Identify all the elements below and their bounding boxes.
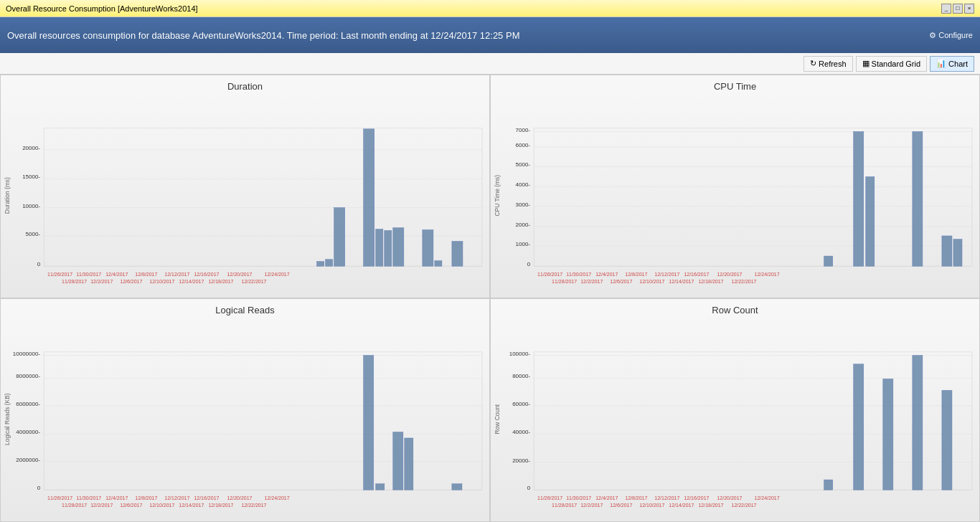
svg-text:4000000-: 4000000- <box>16 430 40 436</box>
svg-text:12/12/2017: 12/12/2017 <box>164 272 189 277</box>
svg-rect-60 <box>953 239 962 267</box>
svg-text:12/18/2017: 12/18/2017 <box>208 503 233 508</box>
svg-text:5000-: 5000- <box>516 162 531 169</box>
svg-text:12/18/2017: 12/18/2017 <box>698 279 723 284</box>
svg-text:12/20/2017: 12/20/2017 <box>717 272 742 277</box>
row-count-chart-area: Row Count 0 20000- 40000- 60000- 80000- … <box>491 318 979 513</box>
maximize-button[interactable]: □ <box>953 4 963 14</box>
minimize-button[interactable]: _ <box>941 4 951 14</box>
svg-text:Row Count: Row Count <box>494 404 501 434</box>
svg-text:12/4/2017: 12/4/2017 <box>595 495 618 500</box>
svg-text:12/10/2017: 12/10/2017 <box>149 503 174 508</box>
svg-text:12/4/2017: 12/4/2017 <box>595 272 618 277</box>
cpu-time-chart-area: CPU Time (ms) 0 1000- 2000- 3000- 4000- … <box>491 95 979 290</box>
svg-text:12/14/2017: 12/14/2017 <box>179 279 204 284</box>
svg-text:0: 0 <box>37 261 40 267</box>
svg-rect-18 <box>326 260 333 266</box>
svg-text:12/2/2017: 12/2/2017 <box>580 279 603 284</box>
svg-text:11/28/2017: 11/28/2017 <box>62 503 87 508</box>
svg-rect-92 <box>393 432 403 490</box>
configure-button[interactable]: ⚙ Configure <box>929 31 973 40</box>
svg-text:15000-: 15000- <box>22 174 40 180</box>
svg-text:Duration (ms): Duration (ms) <box>4 177 11 214</box>
svg-text:12/12/2017: 12/12/2017 <box>164 495 189 500</box>
svg-rect-20 <box>385 230 392 266</box>
svg-text:11/26/2017: 11/26/2017 <box>537 495 562 500</box>
svg-text:0: 0 <box>37 485 40 491</box>
svg-rect-125 <box>854 364 864 490</box>
svg-text:12/24/2017: 12/24/2017 <box>265 272 290 277</box>
svg-rect-11 <box>44 128 482 266</box>
svg-text:2000000-: 2000000- <box>16 457 40 463</box>
header-title: Overall resources consumption for databa… <box>7 30 519 41</box>
svg-rect-128 <box>942 390 952 490</box>
svg-rect-94 <box>452 484 462 490</box>
svg-text:12/4/2017: 12/4/2017 <box>105 495 128 500</box>
svg-text:12/20/2017: 12/20/2017 <box>227 272 252 277</box>
svg-text:12/22/2017: 12/22/2017 <box>731 279 756 284</box>
close-button[interactable]: × <box>964 4 974 14</box>
svg-rect-123 <box>534 352 972 490</box>
svg-rect-16 <box>452 241 463 266</box>
duration-chart-title: Duration <box>1 81 489 92</box>
svg-text:12/8/2017: 12/8/2017 <box>625 495 647 500</box>
svg-text:20000-: 20000- <box>22 145 40 151</box>
svg-text:12/2/2017: 12/2/2017 <box>580 503 603 508</box>
svg-text:7000-: 7000- <box>516 127 531 133</box>
svg-text:11/30/2017: 11/30/2017 <box>566 272 591 277</box>
svg-rect-15 <box>423 230 433 267</box>
header-bar: Overall resources consumption for databa… <box>0 17 980 53</box>
svg-text:11/28/2017: 11/28/2017 <box>62 279 87 284</box>
svg-text:12/6/2017: 12/6/2017 <box>120 503 142 508</box>
svg-text:12/8/2017: 12/8/2017 <box>135 495 157 500</box>
svg-text:12/20/2017: 12/20/2017 <box>227 495 252 500</box>
refresh-button[interactable]: ↻ Refresh <box>804 56 853 72</box>
svg-rect-89 <box>44 352 482 490</box>
chart-label: Chart <box>948 60 968 68</box>
svg-text:12/20/2017: 12/20/2017 <box>717 495 742 500</box>
svg-rect-93 <box>405 438 413 490</box>
window-controls[interactable]: _ □ × <box>941 4 974 14</box>
cpu-time-chart-title: CPU Time <box>491 81 979 92</box>
svg-text:0: 0 <box>527 485 530 491</box>
svg-rect-58 <box>913 132 923 267</box>
standard-grid-button[interactable]: ▦ Standard Grid <box>856 56 927 72</box>
svg-rect-54 <box>534 128 972 266</box>
logical-reads-chart-title: Logical Reads <box>1 305 489 315</box>
svg-text:12/8/2017: 12/8/2017 <box>135 272 157 277</box>
svg-text:12/22/2017: 12/22/2017 <box>241 503 266 508</box>
svg-rect-12 <box>334 208 345 267</box>
svg-rect-14 <box>393 228 404 266</box>
svg-text:10000000-: 10000000- <box>13 351 41 357</box>
duration-chart-area: Duration (ms) 0 5000- 10000- 15000- 2000… <box>1 95 489 290</box>
cpu-time-chart-panel: CPU Time CPU Time (ms) 0 1000- 2000- 300… <box>490 75 980 298</box>
svg-text:12/4/2017: 12/4/2017 <box>105 272 128 277</box>
svg-text:8000000-: 8000000- <box>16 374 40 380</box>
svg-text:12/10/2017: 12/10/2017 <box>149 279 174 284</box>
svg-text:12/6/2017: 12/6/2017 <box>610 279 632 284</box>
svg-text:12/14/2017: 12/14/2017 <box>669 503 694 508</box>
svg-text:12/24/2017: 12/24/2017 <box>265 495 290 500</box>
row-count-chart-panel: Row Count Row Count 0 20000- 40000- 6000… <box>490 298 980 522</box>
chart-icon: 📊 <box>936 59 946 68</box>
svg-rect-91 <box>376 484 385 490</box>
refresh-icon: ↻ <box>810 59 816 68</box>
svg-text:12/16/2017: 12/16/2017 <box>684 272 709 277</box>
svg-text:12/16/2017: 12/16/2017 <box>684 495 709 500</box>
svg-text:12/24/2017: 12/24/2017 <box>755 272 780 277</box>
svg-text:11/26/2017: 11/26/2017 <box>537 272 562 277</box>
svg-text:12/6/2017: 12/6/2017 <box>120 279 142 284</box>
svg-text:6000-: 6000- <box>516 142 531 148</box>
svg-text:12/12/2017: 12/12/2017 <box>654 272 679 277</box>
svg-rect-126 <box>883 379 893 490</box>
svg-rect-19 <box>376 229 383 267</box>
chart-button[interactable]: 📊 Chart <box>930 56 974 72</box>
configure-label: Configure <box>938 31 973 39</box>
svg-text:12/6/2017: 12/6/2017 <box>610 503 632 508</box>
svg-text:12/16/2017: 12/16/2017 <box>194 272 219 277</box>
svg-text:60000-: 60000- <box>512 401 530 407</box>
svg-text:10000-: 10000- <box>22 203 40 209</box>
svg-text:11/30/2017: 11/30/2017 <box>76 272 101 277</box>
svg-text:11/30/2017: 11/30/2017 <box>566 495 591 500</box>
svg-text:12/16/2017: 12/16/2017 <box>194 495 219 500</box>
